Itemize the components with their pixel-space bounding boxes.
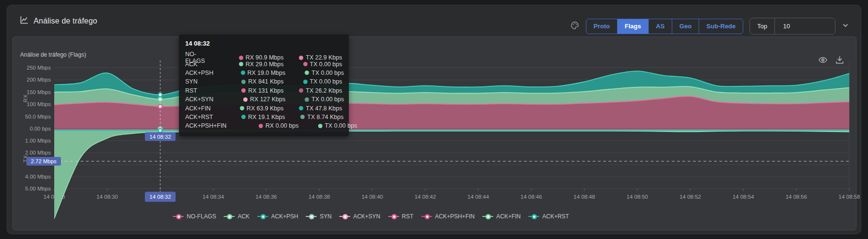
view-tab-as[interactable]: AS	[648, 19, 672, 34]
tooltip-value: RX 131 Kbps	[248, 87, 284, 94]
series-dot-icon	[243, 97, 248, 102]
tooltip-row: ACK+FINRX 63.9 KbpsTX 47.8 Kbps	[185, 104, 342, 112]
tooltip-value: TX 22.9 Kbps	[306, 54, 342, 61]
chart-actions	[818, 55, 844, 67]
legend-item-ack+rst[interactable]: ACK+RST	[528, 213, 569, 220]
legend-item-ack[interactable]: ACK	[224, 213, 250, 220]
download-icon[interactable]	[835, 55, 844, 67]
tooltip-row: ACK+RSTRX 19.1 KbpsTX 8.74 Kbps	[185, 113, 342, 121]
legend-marker-icon	[339, 216, 350, 217]
tooltip-tx-cell: TX 0.00 bps	[284, 61, 342, 68]
series-dot-icon	[241, 115, 246, 119]
tooltip-value: TX 0.00 bps	[310, 61, 342, 68]
tooltip-series-name: ACK+SYN	[185, 96, 214, 103]
series-dot-icon	[299, 88, 303, 93]
series-dot-icon	[239, 62, 243, 66]
eye-icon[interactable]	[818, 55, 828, 67]
tooltip-value: RX 19.0 Mbps	[248, 70, 285, 76]
legend-label: ACK	[238, 213, 250, 220]
series-dot-icon	[299, 106, 303, 110]
tooltip-rx-cell: RX 127 Kbps	[214, 96, 285, 103]
legend-marker-icon	[421, 216, 432, 217]
tooltip-value: TX 0.00 bps	[311, 70, 344, 76]
legend-item-ack+fin[interactable]: ACK+FIN	[482, 213, 521, 220]
tooltip-row: ACK+PSHRX 19.0 MbpsTX 0.00 bps	[185, 69, 342, 77]
tooltip-value: TX 0.00 bps	[311, 96, 344, 103]
legend-label: RST	[402, 213, 414, 220]
page-title: Análise de tráfego	[34, 17, 97, 25]
view-tab-sub-rede[interactable]: Sub-Rede	[699, 19, 743, 34]
series-dot-icon	[240, 106, 244, 110]
tooltip-value: TX 8.74 Kbps	[307, 114, 344, 120]
tooltip-row: ACKRX 29.0 MbpsTX 0.00 bps	[185, 60, 342, 68]
tooltip-value: TX 0.00 bps	[310, 78, 342, 85]
tooltip-value: TX 0.00 bps	[325, 122, 357, 129]
tooltip-value: RX 841 Kbps	[248, 78, 284, 85]
tooltip-rx-cell: RX 29.0 Mbps	[212, 61, 284, 68]
chart-panel: Análise de tráfego (Flags)	[12, 36, 856, 230]
tooltip-rx-cell: RX 19.0 Mbps	[214, 70, 285, 76]
tooltip-row: RSTRX 131 KbpsTX 26.2 Kbps	[185, 86, 342, 95]
tooltip-tx-cell: TX 0.00 bps	[285, 70, 344, 76]
tooltip-series-name: ACK+PSH	[185, 70, 214, 76]
series-dot-icon	[305, 97, 309, 102]
legend-label: ACK+PSH+FIN	[435, 213, 475, 220]
tooltip-tx-cell: TX 0.00 bps	[284, 78, 342, 85]
legend-label: NO-FLAGS	[187, 213, 216, 220]
top-n-select[interactable]: Top 10	[749, 18, 835, 35]
legend-item-ack+psh+fin[interactable]: ACK+PSH+FIN	[421, 213, 475, 220]
view-tab-group: ProtoFlagsASGeoSub-Rede	[586, 19, 743, 34]
legend-marker-icon	[482, 216, 493, 217]
tooltip-tx-cell: TX 0.00 bps	[285, 96, 344, 103]
tooltip-rx-cell: RX 841 Kbps	[212, 78, 284, 85]
palette-icon[interactable]	[570, 21, 580, 32]
legend-marker-icon	[528, 216, 539, 217]
series-dot-icon	[241, 80, 246, 84]
tooltip-tx-cell: TX 47.8 Kbps	[284, 105, 342, 112]
tooltip-rx-cell: RX 90.9 Mbps	[212, 54, 284, 61]
tooltip-tx-cell: TX 8.74 Kbps	[285, 114, 344, 120]
legend-label: ACK+RST	[542, 213, 569, 220]
view-tab-geo[interactable]: Geo	[672, 19, 699, 34]
series-dot-icon	[305, 71, 309, 75]
series-dot-icon	[259, 124, 263, 128]
legend-item-syn[interactable]: SYN	[306, 213, 332, 220]
traffic-analysis-card: Análise de tráfego ProtoFlagsASGeoSub-Re…	[7, 5, 861, 234]
series-dot-icon	[241, 71, 245, 75]
legend-label: ACK+SYN	[353, 213, 380, 220]
tooltip-series-name: RST	[185, 87, 212, 94]
tooltip-series-name: ACK	[185, 61, 212, 68]
tooltip-row: ACK+SYNRX 127 KbpsTX 0.00 bps	[185, 95, 342, 104]
top-value: 10	[775, 23, 835, 30]
tooltip-series-name: ACK+RST	[185, 114, 213, 120]
view-tab-proto[interactable]: Proto	[586, 19, 617, 34]
legend-item-no-flags[interactable]: NO-FLAGS	[173, 213, 216, 220]
line-chart-icon	[20, 15, 29, 26]
legend-label: ACK+FIN	[496, 213, 521, 220]
tooltip-rx-cell: RX 131 Kbps	[212, 87, 284, 94]
series-dot-icon	[318, 124, 322, 128]
legend-label: ACK+PSH	[271, 213, 298, 220]
legend-marker-icon	[224, 216, 235, 217]
view-tab-flags[interactable]: Flags	[617, 19, 648, 34]
legend-item-ack+syn[interactable]: ACK+SYN	[339, 213, 380, 220]
chevron-down-icon[interactable]	[842, 22, 849, 31]
legend-marker-icon	[306, 216, 317, 217]
legend-item-rst[interactable]: RST	[388, 213, 414, 220]
series-dot-icon	[239, 56, 243, 60]
tooltip-value: RX 0.00 bps	[265, 122, 298, 129]
header-controls: ProtoFlagsASGeoSub-Rede Top 10	[570, 18, 849, 35]
tooltip-value: RX 19.1 Kbps	[248, 114, 285, 120]
legend-item-ack+psh[interactable]: ACK+PSH	[257, 213, 298, 220]
header: Análise de tráfego	[20, 15, 97, 26]
tooltip-row: SYNRX 841 KbpsTX 0.00 bps	[185, 77, 342, 86]
tooltip-rx-cell: RX 0.00 bps	[226, 122, 298, 129]
chart-title: Análise de tráfego (Flags)	[20, 51, 86, 58]
top-label: Top	[750, 23, 774, 30]
traffic-analysis-page: Análise de tráfego ProtoFlagsASGeoSub-Re…	[0, 0, 868, 239]
tooltip-value: RX 29.0 Mbps	[246, 61, 284, 68]
tooltip-title: 14 08:32	[185, 40, 342, 47]
legend-marker-icon	[173, 216, 184, 217]
tooltip-series-name: SYN	[185, 78, 212, 85]
legend-label: SYN	[320, 213, 332, 220]
